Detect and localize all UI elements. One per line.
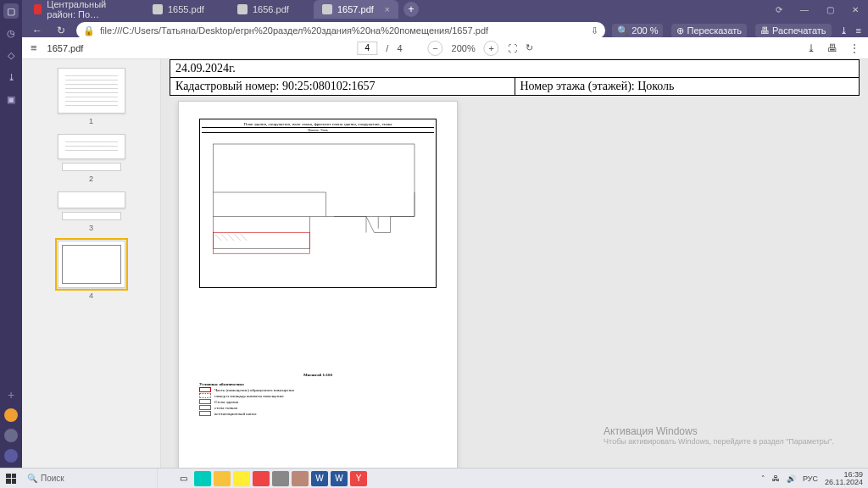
back-button[interactable]: ←: [29, 22, 46, 39]
yandex-icon[interactable]: [253, 471, 270, 486]
legend-item: вентиляционный канал: [214, 412, 256, 416]
thumbnail-3b[interactable]: [62, 212, 121, 220]
tab-label: 1657.pdf: [337, 4, 374, 14]
tab-2[interactable]: 1655.pdf: [144, 0, 229, 19]
tray-clock[interactable]: 16:39 26.11.2024: [825, 471, 863, 486]
start-button[interactable]: [0, 469, 22, 489]
yandex-browser-icon[interactable]: Y: [350, 471, 367, 486]
url-text: file:///C:/Users/Татьяна/Desktop/егрн%20…: [100, 25, 586, 36]
thumbnail-2a[interactable]: [58, 134, 125, 159]
pdf-favicon: [322, 4, 332, 14]
rail-app-1[interactable]: [4, 408, 18, 422]
fit-icon[interactable]: ⛶: [508, 43, 517, 53]
tab-4[interactable]: 1657.pdf×: [314, 0, 398, 19]
meta-cadastral: Кадастровый номер: 90:25:080102:1657: [170, 78, 515, 96]
lang-indicator[interactable]: РУС: [803, 474, 818, 483]
network-icon[interactable]: 🖧: [772, 474, 780, 483]
svg-rect-0: [214, 144, 415, 217]
taskbar: 🔍Поиск ▭ W W Y ˄ 🖧 🔊 РУС 16:39 26.11.202…: [0, 468, 868, 488]
legend-item: Стена здания: [214, 400, 238, 404]
meta-date: 24.09.2024г.: [170, 60, 860, 78]
folder-icon[interactable]: [214, 471, 231, 486]
app-icon[interactable]: [233, 471, 250, 486]
rail-icon-square[interactable]: ▢: [3, 3, 19, 19]
volume-icon[interactable]: 🔊: [787, 474, 796, 483]
page-scroll[interactable]: 24.09.2024г. Кадастровый номер: 90:25:08…: [161, 59, 868, 468]
tab-favicon: [34, 4, 42, 14]
meta-floor: Номер этажа (этажей): Цоколь: [515, 78, 860, 96]
rotate-icon[interactable]: ↻: [526, 42, 533, 53]
bookmark-icon[interactable]: ⇩: [591, 25, 598, 36]
thumbnail-3a[interactable]: [58, 191, 125, 208]
plan-frame: План здания, сооружения, план этажа, фра…: [199, 119, 437, 288]
rail-add-icon[interactable]: +: [8, 388, 14, 402]
tab-3[interactable]: 1656.pdf: [229, 0, 314, 19]
tab-label: 1656.pdf: [253, 4, 289, 14]
rail-icon-bookmark[interactable]: ◇: [3, 47, 19, 63]
watermark-title: Активация Windows: [604, 425, 834, 437]
reload-button[interactable]: ↻: [53, 22, 70, 39]
word-icon[interactable]: W: [311, 471, 328, 486]
plan-title: План здания, сооружения, план этажа, фра…: [202, 121, 434, 128]
sync-icon[interactable]: ⟳: [766, 0, 792, 19]
drawing-sheet: План здания, сооружения, план этажа, фра…: [178, 101, 458, 468]
download-icon[interactable]: ⤓: [807, 42, 815, 54]
page-input[interactable]: [357, 42, 377, 55]
menu-icon[interactable]: ≡: [856, 25, 861, 36]
print-icon[interactable]: 🖶: [827, 42, 837, 54]
taskbar-apps: ▭ W W Y: [175, 471, 367, 486]
zoom-in-button[interactable]: +: [484, 41, 499, 56]
app-icon[interactable]: [272, 471, 289, 486]
thumbnail-1[interactable]: [58, 68, 125, 114]
scale-text: Масштаб 1:100: [199, 373, 437, 377]
zoom-out-button[interactable]: −: [428, 41, 443, 56]
meta-table: 24.09.2024г. Кадастровый номер: 90:25:08…: [170, 59, 860, 96]
new-tab-button[interactable]: +: [403, 2, 419, 17]
taskview-icon[interactable]: ▭: [175, 471, 192, 486]
pdf-viewer: 1 2 3 4 24.09.2024г. Кадастровый номер: …: [22, 59, 868, 468]
tab-1[interactable]: Центральный район: По…: [25, 0, 144, 19]
system-tray: ˄ 🖧 🔊 РУС 16:39 26.11.2024: [761, 471, 868, 486]
maximize-button[interactable]: ▢: [817, 0, 843, 19]
rail-app-2[interactable]: [4, 429, 18, 442]
tab-strip: Центральный район: По… 1655.pdf 1656.pdf…: [22, 0, 868, 19]
app-rail: ▢ ◷ ◇ ⤓ ▣ +: [0, 0, 22, 468]
minimize-button[interactable]: —: [792, 0, 817, 19]
rail-app-3[interactable]: [4, 449, 18, 463]
hamburger-icon[interactable]: ≡: [31, 42, 37, 54]
legend-item: номер и площадь комнаты помещения: [214, 394, 283, 398]
legend-title: Условные обозначения:: [199, 382, 437, 386]
thumbnail-2b[interactable]: [62, 163, 121, 171]
legend-item: Часть (помещение) образуемого помещения: [214, 388, 294, 392]
address-bar[interactable]: 🔒 file:///C:/Users/Татьяна/Desktop/егрн%…: [76, 22, 605, 39]
tray-up-icon[interactable]: ˄: [761, 474, 765, 483]
rail-icon-clock[interactable]: ◷: [3, 25, 19, 41]
app-icon[interactable]: [292, 471, 309, 486]
legend-item: стена тонкая: [214, 406, 237, 410]
word-icon[interactable]: W: [331, 471, 348, 486]
taskbar-search[interactable]: 🔍Поиск: [22, 469, 158, 488]
retell-button[interactable]: ⊕ Пересказать: [671, 24, 747, 38]
close-icon[interactable]: ×: [385, 4, 390, 14]
zoom-indicator[interactable]: 🔍 200 %: [612, 24, 663, 38]
thumbnail-num: 3: [89, 224, 93, 232]
thumbnail-num: 4: [89, 291, 93, 300]
floor-plan: [205, 135, 431, 282]
thumbnail-panel[interactable]: 1 2 3 4: [22, 59, 161, 468]
more-icon[interactable]: ⋮: [849, 42, 860, 54]
legend: Условные обозначения: Часть (помещение) …: [199, 382, 437, 416]
rail-icon-note[interactable]: ▣: [3, 92, 19, 107]
pdf-toolbar: ≡ 1657.pdf / 4 − 200% + ⛶ ↻ ⤓ 🖶 ⋮: [22, 37, 868, 59]
windows-logo-icon: [6, 474, 16, 484]
print-button[interactable]: 🖶 Распечатать: [755, 24, 832, 37]
thumbnail-4[interactable]: [58, 241, 125, 288]
download-icon[interactable]: ⤓: [840, 25, 848, 36]
thumbnail-num: 2: [89, 175, 93, 183]
close-button[interactable]: ✕: [843, 0, 868, 19]
rail-icon-download[interactable]: ⤓: [3, 69, 19, 85]
pdf-favicon: [237, 4, 248, 14]
tray-date: 26.11.2024: [825, 479, 863, 486]
edge-icon[interactable]: [194, 471, 211, 486]
watermark-sub: Чтобы активировать Windows, перейдите в …: [604, 437, 834, 446]
windows-activation-watermark: Активация Windows Чтобы активировать Win…: [604, 425, 834, 446]
